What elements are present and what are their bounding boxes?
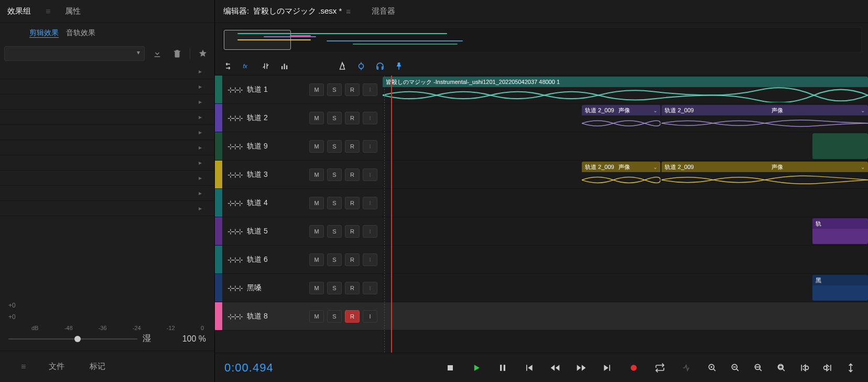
playhead[interactable] [391, 76, 392, 353]
record-arm-button[interactable]: R [345, 168, 360, 181]
router-icon[interactable] [222, 60, 234, 72]
solo-button[interactable]: S [327, 140, 342, 153]
wet-dry-slider[interactable] [8, 338, 137, 339]
subtab-clip-fx[interactable]: 剪辑效果 [29, 28, 59, 38]
record-arm-button[interactable]: R [345, 225, 360, 238]
pause-button[interactable] [495, 360, 511, 376]
zoom-in-point-icon[interactable] [797, 360, 812, 376]
solo-button[interactable]: S [327, 168, 342, 181]
fx-slot[interactable] [0, 201, 214, 216]
play-button[interactable] [469, 360, 484, 376]
solo-button[interactable]: S [327, 225, 342, 238]
input-monitor-button[interactable]: I [363, 140, 377, 153]
input-monitor-button[interactable]: I [363, 253, 377, 266]
loop-button[interactable] [652, 360, 668, 376]
record-arm-button[interactable]: R [345, 310, 360, 323]
fx-slot[interactable] [0, 64, 214, 79]
solo-button[interactable]: S [327, 197, 342, 209]
metronome-icon[interactable] [337, 60, 348, 72]
audio-clip[interactable]: 轨道 2_009声像⌄ [661, 105, 868, 131]
fx-slot[interactable] [0, 125, 214, 140]
input-monitor-button[interactable]: I [363, 310, 377, 323]
record-button[interactable] [626, 360, 642, 376]
mute-button[interactable]: M [309, 253, 324, 266]
audio-clip[interactable]: 黑 [812, 275, 868, 301]
track-header[interactable]: ⊹⊹⊹ 轨道 1 M S R I [215, 76, 383, 104]
pin-icon[interactable] [393, 60, 405, 72]
eq-icon[interactable] [279, 60, 290, 72]
mute-button[interactable]: M [309, 83, 324, 96]
input-monitor-button[interactable]: I [363, 112, 377, 124]
rewind-button[interactable] [547, 360, 563, 376]
timecode-display[interactable]: 0:00.494 [224, 361, 274, 375]
zoom-reset-icon[interactable] [751, 360, 766, 376]
fx-slot[interactable] [0, 186, 214, 201]
headphone-icon[interactable] [374, 60, 386, 72]
record-arm-button[interactable]: R [345, 282, 360, 294]
track-header[interactable]: ⊹⊹⊹ 轨道 2 MSRI [215, 104, 383, 132]
stop-button[interactable] [442, 360, 458, 376]
mute-button[interactable]: M [309, 282, 324, 294]
zoom-selection-icon[interactable] [774, 360, 789, 376]
track-header[interactable]: ⊹⊹⊹ 轨道 4 MSRI [215, 189, 383, 217]
track-header[interactable]: ⊹⊹⊹ 黑嗓 MSRI [215, 274, 383, 302]
star-icon[interactable] [196, 46, 210, 61]
zoom-vertical-icon[interactable] [843, 360, 859, 376]
forward-button[interactable] [573, 360, 589, 376]
preset-dropdown[interactable] [4, 46, 145, 61]
audio-clip[interactable] [812, 133, 868, 159]
import-icon[interactable] [150, 46, 165, 61]
record-arm-button[interactable]: R [345, 112, 360, 124]
tab-files[interactable]: 文件 [47, 358, 67, 375]
input-monitor-button[interactable]: I [363, 282, 377, 294]
tab-properties[interactable]: 属性 [63, 3, 83, 19]
subtab-track-fx[interactable]: 音轨效果 [66, 28, 95, 38]
go-start-button[interactable] [521, 360, 537, 376]
solo-button[interactable]: S [327, 310, 342, 323]
audio-clip[interactable]: 轨道 2_009声像⌄ [582, 162, 660, 187]
fx-slot[interactable] [0, 110, 214, 125]
solo-button[interactable]: S [327, 253, 342, 266]
fx-slot[interactable] [0, 79, 214, 94]
trash-icon[interactable] [170, 46, 185, 61]
mute-button[interactable]: M [309, 112, 324, 124]
record-arm-button[interactable]: R [345, 83, 360, 96]
track-header[interactable]: ⊹⊹⊹ 轨道 6 MSRI [215, 246, 383, 274]
audio-clip[interactable]: 皆殺しのマジック -Instrumental-_ushi1201_2022050… [383, 77, 868, 102]
snapping-icon[interactable] [355, 60, 367, 72]
tab-editor[interactable]: 编辑器: 皆殺しのマジック .sesx * ≡ [223, 6, 351, 16]
zoom-in-time-icon[interactable] [704, 360, 720, 376]
mute-button[interactable]: M [309, 197, 324, 209]
tab-mixer[interactable]: 混音器 [372, 6, 395, 16]
record-arm-button[interactable]: R [345, 197, 360, 209]
input-monitor-button[interactable]: I [363, 225, 377, 238]
send-icon[interactable] [260, 60, 272, 72]
timeline-lanes[interactable]: hms 0:05.0 0:10.0 0:15.0 0:20.0 0:2 皆殺しの… [383, 76, 868, 353]
mute-button[interactable]: M [309, 168, 324, 181]
tab-effects-group[interactable]: 效果组 [5, 3, 33, 19]
skip-selection-button[interactable] [678, 360, 694, 376]
minimap[interactable] [221, 27, 862, 52]
fx-slot[interactable] [0, 155, 214, 171]
zoom-out-time-icon[interactable] [728, 360, 743, 376]
solo-button[interactable]: S [327, 83, 342, 96]
go-end-button[interactable] [600, 360, 615, 376]
input-monitor-button[interactable]: I [363, 168, 377, 181]
track-header[interactable]: ⊹⊹⊹ 轨道 8 MSRI [215, 302, 383, 331]
record-arm-button[interactable]: R [345, 140, 360, 153]
mute-button[interactable]: M [309, 310, 324, 323]
input-monitor-button[interactable]: I [363, 197, 377, 209]
record-arm-button[interactable]: R [345, 253, 360, 266]
audio-clip[interactable]: 轨道 2_009声像⌄ [661, 162, 868, 187]
input-monitor-button[interactable]: I [363, 83, 377, 96]
track-header[interactable]: ⊹⊹⊹ 轨道 3 MSRI [215, 161, 383, 189]
mute-button[interactable]: M [309, 225, 324, 238]
zoom-out-point-icon[interactable] [820, 360, 836, 376]
mute-button[interactable]: M [309, 140, 324, 153]
fx-slot[interactable] [0, 94, 214, 110]
fx-slot[interactable] [0, 171, 214, 186]
track-header[interactable]: ⊹⊹⊹ 轨道 5 MSRI [215, 217, 383, 246]
tab-markers[interactable]: 标记 [88, 358, 107, 375]
solo-button[interactable]: S [327, 112, 342, 124]
fx-icon[interactable]: fx [241, 60, 253, 72]
